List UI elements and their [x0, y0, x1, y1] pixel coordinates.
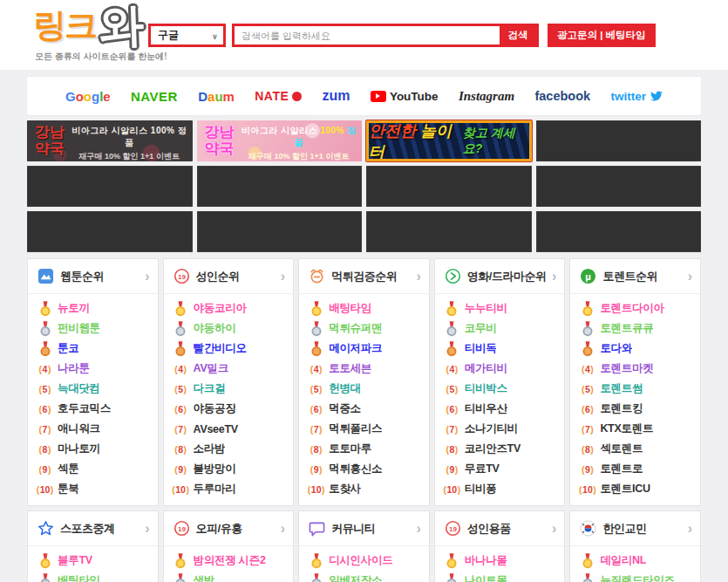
- ranking-card-header[interactable]: 스포츠중계: [28, 511, 158, 546]
- rank-item[interactable]: 누누티비: [445, 298, 555, 318]
- site-link[interactable]: 툰코: [58, 341, 78, 356]
- rank-item[interactable]: (6) 야동공장: [173, 399, 284, 419]
- rank-item[interactable]: (4) 메가티비: [445, 359, 555, 379]
- chevron-right-icon[interactable]: [552, 269, 556, 284]
- ranking-card-header[interactable]: µ 토렌트순위: [570, 259, 700, 294]
- chevron-right-icon[interactable]: [688, 521, 692, 537]
- rank-item[interactable]: 뉴토끼: [37, 298, 148, 318]
- site-link[interactable]: 늑대닷컴: [58, 381, 100, 396]
- rank-item[interactable]: 데일리NL: [580, 551, 691, 571]
- site-link[interactable]: 다크걸: [194, 381, 226, 396]
- site-link[interactable]: 무료TV: [465, 462, 500, 476]
- engine-facebook-link[interactable]: facebook: [534, 89, 590, 103]
- site-link[interactable]: 뉴질랜드타임즈: [600, 573, 674, 582]
- rank-item[interactable]: (8) 소라밤: [173, 439, 284, 459]
- site-link[interactable]: 빨간비디오: [194, 341, 247, 356]
- site-link[interactable]: 섹툰: [58, 462, 78, 476]
- chevron-right-icon[interactable]: [688, 269, 692, 284]
- chevron-right-icon[interactable]: [416, 269, 420, 284]
- rank-item[interactable]: 펀비웹툰: [37, 318, 148, 339]
- engine-google-link[interactable]: Google: [65, 89, 111, 104]
- rank-item[interactable]: (10) 툰북: [37, 479, 148, 499]
- rank-item[interactable]: (7) 소나기티비: [445, 419, 555, 439]
- engine-nate-link[interactable]: NATE: [255, 89, 302, 103]
- engine-instagram-link[interactable]: Instagram: [459, 89, 514, 104]
- rank-item[interactable]: (8) 코리안즈TV: [445, 439, 555, 459]
- search-input[interactable]: [235, 26, 500, 45]
- rank-item[interactable]: 티비독: [445, 339, 555, 359]
- rank-item[interactable]: 뉴질랜드타임즈: [580, 571, 691, 582]
- ad-banner-pharmacy-dark[interactable]: 강남약국비아그라 시알리스 100% 정품재구매 10% 할인 1+1 이벤트무…: [27, 120, 193, 161]
- rank-item[interactable]: (4) 나라툰: [37, 359, 148, 379]
- rank-item[interactable]: (6) 호두코믹스: [37, 399, 148, 419]
- rank-item[interactable]: (6) 토렌트킹: [580, 399, 691, 419]
- rank-item[interactable]: (10) 토렌트ICU: [580, 479, 691, 499]
- site-link[interactable]: 섹토렌트: [600, 442, 643, 456]
- ad-banner-pharmacy-pink[interactable]: 강남약국비아그라 시알리스 100% 정품재구매 10% 할인 1+1 이벤트무…: [197, 120, 363, 161]
- engine-twitter-link[interactable]: twitter: [610, 90, 663, 103]
- ranking-card-header[interactable]: 영화/드라마순위: [435, 259, 565, 294]
- rank-item[interactable]: (9) 먹튀흥신소: [309, 459, 419, 479]
- site-link[interactable]: 토렌트마켓: [600, 361, 653, 376]
- site-link[interactable]: 불방망이: [194, 462, 236, 476]
- site-link[interactable]: 데일리NL: [600, 553, 646, 568]
- rank-item[interactable]: 먹튀슈퍼맨: [309, 318, 419, 339]
- site-link[interactable]: 야동하이: [194, 321, 236, 336]
- site-link[interactable]: 토렌트썸: [600, 381, 643, 396]
- site-link[interactable]: KTX토렌트: [600, 421, 653, 436]
- site-link[interactable]: 소나기티비: [465, 421, 518, 436]
- site-link[interactable]: 토렌트다이아: [600, 301, 663, 316]
- site-link[interactable]: 나라툰: [58, 361, 90, 376]
- site-link[interactable]: 호두코믹스: [58, 401, 111, 416]
- rank-item[interactable]: 나이트몰: [445, 571, 555, 582]
- rank-item[interactable]: (8) 마나토끼: [37, 439, 148, 459]
- rank-item[interactable]: (4) 토토세븐: [309, 359, 419, 379]
- ranking-card-header[interactable]: 한인교민: [570, 511, 700, 546]
- rank-item[interactable]: (8) 섹토렌트: [580, 439, 691, 459]
- site-link[interactable]: 토다와: [600, 341, 632, 356]
- rank-item[interactable]: (7) KTX토렌트: [580, 419, 691, 439]
- chevron-right-icon[interactable]: [416, 521, 420, 537]
- rank-item[interactable]: 메이저파크: [309, 339, 419, 359]
- site-link[interactable]: 티비독: [465, 341, 497, 356]
- ranking-card-header[interactable]: 웹툰순위: [28, 259, 158, 294]
- rank-item[interactable]: (7) AVseeTV: [173, 419, 284, 439]
- rank-item[interactable]: 야동코리아: [173, 298, 284, 318]
- search-engine-select[interactable]: 구글: [148, 24, 226, 47]
- site-link[interactable]: 일베저장소: [329, 573, 382, 582]
- rank-item[interactable]: (10) 티비퐁: [445, 479, 555, 499]
- rank-item[interactable]: (4) AV밀크: [173, 359, 284, 379]
- site-link[interactable]: 먹튀슈퍼맨: [329, 321, 382, 336]
- site-link[interactable]: 티비박스: [465, 381, 507, 396]
- site-logo[interactable]: 링크 와 모든 종류의 사이트순위를 한눈에!: [33, 2, 144, 49]
- site-link[interactable]: 바나나몰: [465, 553, 507, 568]
- rank-item[interactable]: (9) 섹툰: [37, 459, 148, 479]
- rank-item[interactable]: (5) 늑대닷컴: [37, 379, 148, 399]
- rank-item[interactable]: 일베저장소: [309, 571, 419, 582]
- engine-youtube-link[interactable]: YouTube: [371, 90, 439, 103]
- site-link[interactable]: 먹튀흥신소: [329, 462, 382, 476]
- rank-item[interactable]: (5) 토렌트썸: [580, 379, 691, 399]
- rank-item[interactable]: 밤의전쟁 시즌2: [173, 551, 284, 571]
- site-link[interactable]: 디시인사이드: [329, 553, 392, 568]
- rank-item[interactable]: 토렌트다이아: [580, 298, 691, 318]
- site-link[interactable]: 펀비웹툰: [58, 321, 100, 336]
- rank-item[interactable]: (7) 먹튀폴리스: [309, 419, 419, 439]
- rank-item[interactable]: (6) 티비우산: [445, 399, 555, 419]
- site-link[interactable]: 소라밤: [194, 442, 226, 456]
- site-link[interactable]: 토토마루: [329, 442, 371, 456]
- rank-item[interactable]: (5) 헌병대: [309, 379, 419, 399]
- site-link[interactable]: 토찾사: [329, 482, 361, 496]
- rank-item[interactable]: (10) 토찾사: [309, 479, 419, 499]
- rank-item[interactable]: (8) 토토마루: [309, 439, 419, 459]
- rank-item[interactable]: 툰코: [37, 339, 148, 359]
- site-link[interactable]: 메가티비: [465, 361, 507, 376]
- chevron-right-icon[interactable]: [552, 521, 556, 537]
- site-link[interactable]: 야동코리아: [194, 301, 247, 316]
- site-link[interactable]: 배팅타임: [329, 301, 371, 316]
- site-link[interactable]: 색밤: [194, 573, 214, 582]
- rank-item[interactable]: 블루TV: [37, 551, 148, 571]
- engine-zum-link[interactable]: zum: [323, 88, 350, 104]
- rank-item[interactable]: (10) 두루마리: [173, 479, 284, 499]
- ranking-card-header[interactable]: 커뮤니티: [299, 511, 429, 546]
